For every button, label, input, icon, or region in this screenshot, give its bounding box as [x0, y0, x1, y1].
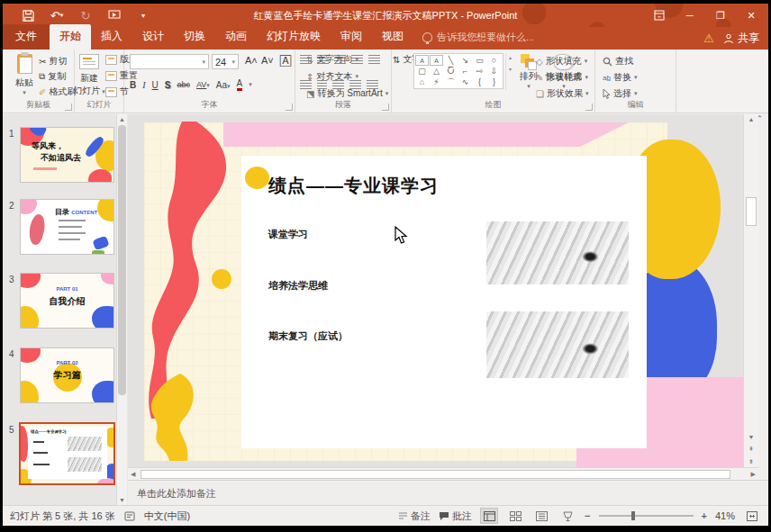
scroll-right-icon[interactable]: ▶	[751, 471, 758, 478]
fit-to-window-icon[interactable]	[743, 508, 761, 524]
curved-connector-icon[interactable]: ⌐	[458, 66, 472, 77]
find-button[interactable]: 查找	[603, 55, 633, 68]
reading-view-button[interactable]	[532, 508, 550, 524]
text-direction-button[interactable]: ⇅文字方向▾	[306, 53, 358, 66]
tell-me-box[interactable]: 告诉我您想要做什么...	[413, 26, 543, 50]
previous-slide-icon[interactable]: ⇞	[744, 446, 758, 453]
scroll-down-icon[interactable]: ▼	[744, 434, 758, 440]
slide-number-status[interactable]: 幻灯片 第 5 张, 共 16 张	[10, 509, 115, 523]
horizontal-scrollbar-thumb[interactable]	[141, 470, 730, 479]
shape-outline-button[interactable]: ✎形状轮廓▾	[536, 71, 588, 84]
shapes-gallery[interactable]: A A ╲ ↘ ▭ ○ ▢ △ Ⴀ ⌐ ⇨ ⇩ ⌂ ⚡ ⌒ ∿ { }	[413, 53, 503, 89]
arrow-line-shape-icon[interactable]: ↘	[458, 55, 472, 66]
text-shadow-button[interactable]: S	[165, 80, 171, 90]
language-status[interactable]: 中文(中国)	[144, 509, 190, 523]
arc-shape-icon[interactable]: ⌒	[444, 77, 458, 87]
scroll-up-icon[interactable]: ▲	[117, 116, 127, 122]
line-shape-icon[interactable]: ╲	[444, 55, 458, 66]
decrease-font-icon[interactable]: A˅	[259, 54, 277, 67]
zoom-slider[interactable]	[599, 515, 694, 517]
font-name-combobox[interactable]: ▾	[130, 54, 209, 69]
thumbnail-slide-3[interactable]: PART 01 自我介绍	[21, 274, 113, 328]
shapes-gallery-scrollbar[interactable]: ▴▾	[505, 54, 514, 90]
normal-view-button[interactable]	[480, 508, 498, 524]
shape-fill-button[interactable]: ◇形状填充▾	[536, 55, 587, 68]
left-brace-shape-icon[interactable]: {	[473, 77, 486, 87]
tab-animations[interactable]: 动画	[215, 24, 257, 50]
tab-insert[interactable]: 插入	[91, 24, 132, 50]
proofing-icon[interactable]	[124, 511, 135, 521]
tab-design[interactable]: 设计	[132, 24, 174, 50]
share-button[interactable]: 共享	[723, 31, 759, 46]
zoom-out-icon[interactable]: −	[585, 510, 590, 521]
zoom-in-icon[interactable]: +	[702, 510, 707, 521]
bold-button[interactable]: B	[130, 80, 136, 90]
next-slide-icon[interactable]: ⇟	[744, 458, 758, 465]
curve-shape-icon[interactable]: ∿	[458, 77, 472, 87]
font-dialog-launcher[interactable]	[286, 104, 293, 111]
align-text-button[interactable]: ⇕对齐文本▾	[306, 70, 358, 83]
thumbnail-slide-5-selected[interactable]: 绩点——专业课学习	[21, 424, 113, 483]
change-case-button[interactable]: Aa▾	[216, 80, 231, 90]
select-button[interactable]: 选择▾	[603, 87, 638, 100]
drawing-dialog-launcher[interactable]	[585, 104, 593, 111]
new-slide-button[interactable]: 新建 幻灯片 ▾	[71, 52, 107, 97]
scroll-up-icon[interactable]: ▲	[744, 116, 758, 122]
copy-button[interactable]: ⧉复制	[39, 70, 66, 83]
close-button[interactable]: ✕	[739, 5, 763, 25]
thumbnail-slide-2[interactable]: 目录 CONTENT	[21, 200, 113, 254]
ribbon-display-options-icon[interactable]	[648, 5, 671, 25]
elbow-connector-icon[interactable]: Ⴀ	[444, 66, 458, 77]
vertical-textbox-shape-icon[interactable]: A	[430, 55, 443, 66]
triangle-shape-icon[interactable]: △	[430, 66, 443, 77]
warning-icon[interactable]: ⚠	[703, 32, 714, 45]
vertical-scrollbar-thumb[interactable]	[746, 197, 757, 226]
zoom-slider-thumb[interactable]	[631, 511, 635, 520]
slide-photo-top[interactable]	[486, 221, 629, 284]
font-color-button[interactable]: A	[237, 78, 243, 91]
clipboard-dialog-launcher[interactable]	[65, 104, 72, 111]
clear-formatting-icon[interactable]: 🄰	[277, 54, 294, 68]
tab-home[interactable]: 开始	[50, 24, 91, 50]
cut-button[interactable]: ✂剪切	[39, 55, 67, 68]
increase-font-icon[interactable]: A˄	[242, 54, 260, 67]
font-size-combobox[interactable]: 24▾	[212, 54, 239, 69]
replace-button[interactable]: ab̲ 替换▾	[603, 71, 637, 84]
convert-smartart-button[interactable]: ⬔转换为 SmartArt▾	[306, 87, 388, 100]
arrow-right-shape-icon[interactable]: ⇨	[473, 66, 486, 77]
character-spacing-button[interactable]: AV▾	[196, 80, 210, 89]
thumbnail-scrollbar[interactable]: ▲ ▼	[116, 114, 127, 505]
strikethrough-button[interactable]: abc	[177, 80, 190, 89]
italic-button[interactable]: I	[142, 80, 145, 90]
tab-file[interactable]: 文件	[3, 24, 50, 50]
minimize-button[interactable]: ─	[678, 5, 702, 25]
slide-bullet-item[interactable]: 期末复习（应试）	[268, 329, 348, 343]
slide-content-panel[interactable]: 绩点——专业课学习 课堂学习 培养法学思维 期末复习（应试）	[241, 156, 647, 448]
scroll-down-icon[interactable]: ▼	[117, 497, 127, 503]
right-brace-shape-icon[interactable]: }	[487, 77, 501, 87]
slide-bullet-item[interactable]: 课堂学习	[268, 228, 308, 241]
comments-toggle-button[interactable]: 批注	[439, 509, 472, 523]
slide-bullet-item[interactable]: 培养法学思维	[268, 279, 328, 293]
slide-photo-bottom[interactable]	[486, 311, 629, 378]
shape-effects-button[interactable]: ❏形状效果▾	[536, 87, 588, 100]
thumbnail-slide-4[interactable]: PART 02 学习篇	[21, 348, 113, 402]
thumbnail-scrollbar-thumb[interactable]	[118, 125, 126, 395]
line-spacing-icon[interactable]	[368, 55, 380, 64]
rounded-rect-shape-icon[interactable]: ▢	[415, 66, 429, 77]
scroll-left-icon[interactable]: ◀	[128, 471, 135, 478]
tab-view[interactable]: 视图	[372, 24, 413, 50]
rectangle-shape-icon[interactable]: ▭	[473, 55, 486, 66]
slide-sorter-view-button[interactable]	[506, 508, 524, 524]
zoom-level[interactable]: 41%	[715, 510, 735, 521]
freeform-shape-icon[interactable]: ⌂	[415, 77, 429, 87]
underline-button[interactable]: U	[152, 80, 159, 90]
vertical-scrollbar[interactable]: ▲ ▼ ⇞ ⇟	[743, 114, 758, 467]
oval-shape-icon[interactable]: ○	[487, 55, 501, 66]
thumbnail-slide-1[interactable]: 等风来， 不如追风去	[21, 128, 113, 182]
notes-pane[interactable]: 单击此处添加备注	[128, 480, 768, 505]
slide-title-text[interactable]: 绩点——专业课学习	[268, 174, 439, 198]
tab-transitions[interactable]: 切换	[174, 24, 215, 50]
slide-canvas[interactable]: 绩点——专业课学习 课堂学习 培养法学思维 期末复习（应试）	[128, 114, 743, 467]
textbox-shape-icon[interactable]: A	[415, 55, 429, 66]
